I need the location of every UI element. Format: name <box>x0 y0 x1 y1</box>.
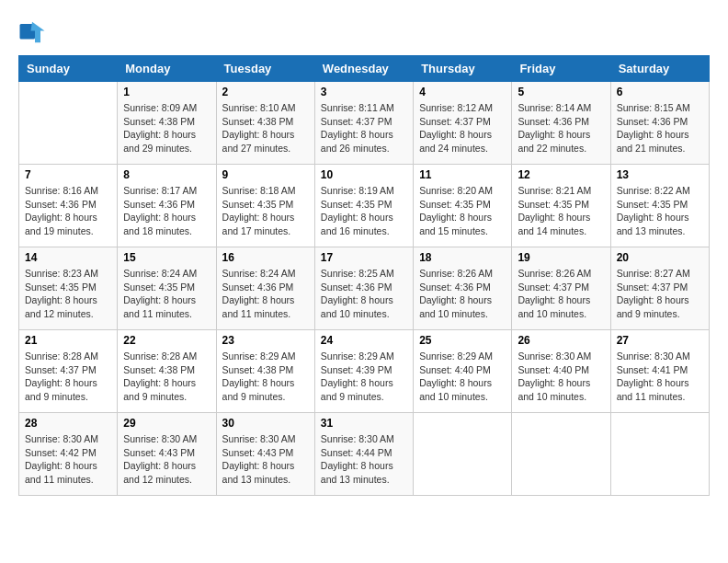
day-info: Sunrise: 8:22 AMSunset: 4:35 PMDaylight:… <box>617 184 703 238</box>
day-info: Sunrise: 8:09 AMSunset: 4:38 PMDaylight:… <box>123 101 210 155</box>
day-number: 14 <box>25 251 111 264</box>
day-cell: 10Sunrise: 8:19 AMSunset: 4:35 PMDayligh… <box>314 165 413 247</box>
day-number: 13 <box>617 168 703 181</box>
page-header <box>18 18 710 46</box>
day-cell: 12Sunrise: 8:21 AMSunset: 4:35 PMDayligh… <box>512 165 610 247</box>
week-row-2: 7Sunrise: 8:16 AMSunset: 4:36 PMDaylight… <box>19 165 710 247</box>
day-info: Sunrise: 8:21 AMSunset: 4:35 PMDaylight:… <box>518 184 604 238</box>
day-number: 1 <box>123 86 210 98</box>
day-number: 7 <box>25 168 111 181</box>
day-info: Sunrise: 8:29 AMSunset: 4:40 PMDaylight:… <box>419 350 506 404</box>
day-info: Sunrise: 8:30 AMSunset: 4:42 PMDaylight:… <box>25 432 111 487</box>
day-cell: 26Sunrise: 8:30 AMSunset: 4:40 PMDayligh… <box>512 330 610 413</box>
day-info: Sunrise: 8:30 AMSunset: 4:40 PMDaylight:… <box>518 350 604 404</box>
day-cell: 14Sunrise: 8:23 AMSunset: 4:35 PMDayligh… <box>19 247 118 330</box>
day-cell <box>610 413 709 496</box>
day-info: Sunrise: 8:23 AMSunset: 4:35 PMDaylight:… <box>25 267 111 321</box>
day-number: 26 <box>518 334 604 347</box>
day-cell: 9Sunrise: 8:18 AMSunset: 4:35 PMDaylight… <box>216 165 314 247</box>
day-info: Sunrise: 8:18 AMSunset: 4:35 PMDaylight:… <box>222 184 309 238</box>
header-monday: Monday <box>118 56 216 82</box>
day-info: Sunrise: 8:30 AMSunset: 4:43 PMDaylight:… <box>222 432 309 487</box>
day-info: Sunrise: 8:26 AMSunset: 4:36 PMDaylight:… <box>419 267 506 321</box>
day-cell: 18Sunrise: 8:26 AMSunset: 4:36 PMDayligh… <box>414 247 512 330</box>
day-cell: 31Sunrise: 8:30 AMSunset: 4:44 PMDayligh… <box>314 413 413 496</box>
logo <box>18 18 48 46</box>
day-cell: 2Sunrise: 8:10 AMSunset: 4:38 PMDaylight… <box>216 82 314 165</box>
day-cell: 6Sunrise: 8:15 AMSunset: 4:36 PMDaylight… <box>610 82 709 165</box>
header-friday: Friday <box>512 56 610 82</box>
day-cell: 5Sunrise: 8:14 AMSunset: 4:36 PMDaylight… <box>512 82 610 165</box>
day-number: 17 <box>321 251 407 264</box>
day-number: 15 <box>123 251 210 264</box>
header-wednesday: Wednesday <box>314 56 413 82</box>
day-number: 8 <box>123 168 210 181</box>
day-number: 29 <box>123 417 210 430</box>
day-number: 4 <box>419 86 506 98</box>
day-number: 12 <box>518 168 604 181</box>
day-number: 27 <box>617 334 703 347</box>
day-number: 21 <box>25 334 111 347</box>
day-info: Sunrise: 8:11 AMSunset: 4:37 PMDaylight:… <box>321 101 407 155</box>
day-number: 25 <box>419 334 506 347</box>
header-tuesday: Tuesday <box>216 56 314 82</box>
day-info: Sunrise: 8:12 AMSunset: 4:37 PMDaylight:… <box>419 101 506 155</box>
day-cell: 19Sunrise: 8:26 AMSunset: 4:37 PMDayligh… <box>512 247 610 330</box>
day-number: 30 <box>222 417 309 430</box>
day-cell: 30Sunrise: 8:30 AMSunset: 4:43 PMDayligh… <box>216 413 314 496</box>
day-cell: 1Sunrise: 8:09 AMSunset: 4:38 PMDaylight… <box>118 82 216 165</box>
day-info: Sunrise: 8:30 AMSunset: 4:44 PMDaylight:… <box>321 432 407 487</box>
day-number: 20 <box>617 251 703 264</box>
day-cell: 17Sunrise: 8:25 AMSunset: 4:36 PMDayligh… <box>314 247 413 330</box>
week-row-4: 21Sunrise: 8:28 AMSunset: 4:37 PMDayligh… <box>19 330 710 413</box>
day-info: Sunrise: 8:14 AMSunset: 4:36 PMDaylight:… <box>518 101 604 155</box>
day-info: Sunrise: 8:30 AMSunset: 4:43 PMDaylight:… <box>123 432 210 487</box>
day-number: 16 <box>222 251 309 264</box>
day-cell: 20Sunrise: 8:27 AMSunset: 4:37 PMDayligh… <box>610 247 709 330</box>
day-number: 11 <box>419 168 506 181</box>
day-info: Sunrise: 8:30 AMSunset: 4:41 PMDaylight:… <box>617 350 703 404</box>
day-info: Sunrise: 8:28 AMSunset: 4:38 PMDaylight:… <box>123 350 210 404</box>
day-info: Sunrise: 8:27 AMSunset: 4:37 PMDaylight:… <box>617 267 703 321</box>
day-cell: 24Sunrise: 8:29 AMSunset: 4:39 PMDayligh… <box>314 330 413 413</box>
day-number: 3 <box>321 86 407 98</box>
day-info: Sunrise: 8:28 AMSunset: 4:37 PMDaylight:… <box>25 350 111 404</box>
day-cell: 25Sunrise: 8:29 AMSunset: 4:40 PMDayligh… <box>414 330 512 413</box>
day-number: 24 <box>321 334 407 347</box>
day-number: 18 <box>419 251 506 264</box>
day-info: Sunrise: 8:16 AMSunset: 4:36 PMDaylight:… <box>25 184 111 238</box>
day-number: 5 <box>518 86 604 98</box>
day-cell: 4Sunrise: 8:12 AMSunset: 4:37 PMDaylight… <box>414 82 512 165</box>
day-number: 31 <box>321 417 407 430</box>
day-info: Sunrise: 8:24 AMSunset: 4:35 PMDaylight:… <box>123 267 210 321</box>
day-number: 28 <box>25 417 111 430</box>
calendar-header-row: SundayMondayTuesdayWednesdayThursdayFrid… <box>19 56 710 82</box>
day-number: 23 <box>222 334 309 347</box>
day-number: 2 <box>222 86 309 98</box>
day-cell: 3Sunrise: 8:11 AMSunset: 4:37 PMDaylight… <box>314 82 413 165</box>
day-info: Sunrise: 8:29 AMSunset: 4:38 PMDaylight:… <box>222 350 309 404</box>
week-row-5: 28Sunrise: 8:30 AMSunset: 4:42 PMDayligh… <box>19 413 710 496</box>
day-info: Sunrise: 8:10 AMSunset: 4:38 PMDaylight:… <box>222 101 309 155</box>
day-cell: 23Sunrise: 8:29 AMSunset: 4:38 PMDayligh… <box>216 330 314 413</box>
day-cell: 7Sunrise: 8:16 AMSunset: 4:36 PMDaylight… <box>19 165 118 247</box>
day-number: 19 <box>518 251 604 264</box>
day-cell: 15Sunrise: 8:24 AMSunset: 4:35 PMDayligh… <box>118 247 216 330</box>
header-thursday: Thursday <box>414 56 512 82</box>
day-info: Sunrise: 8:26 AMSunset: 4:37 PMDaylight:… <box>518 267 604 321</box>
day-cell: 28Sunrise: 8:30 AMSunset: 4:42 PMDayligh… <box>19 413 118 496</box>
day-cell: 8Sunrise: 8:17 AMSunset: 4:36 PMDaylight… <box>118 165 216 247</box>
day-info: Sunrise: 8:25 AMSunset: 4:36 PMDaylight:… <box>321 267 407 321</box>
day-cell <box>19 82 118 165</box>
day-info: Sunrise: 8:19 AMSunset: 4:35 PMDaylight:… <box>321 184 407 238</box>
day-number: 10 <box>321 168 407 181</box>
day-cell: 21Sunrise: 8:28 AMSunset: 4:37 PMDayligh… <box>19 330 118 413</box>
day-info: Sunrise: 8:17 AMSunset: 4:36 PMDaylight:… <box>123 184 210 238</box>
day-cell <box>414 413 512 496</box>
day-info: Sunrise: 8:20 AMSunset: 4:35 PMDaylight:… <box>419 184 506 238</box>
day-info: Sunrise: 8:24 AMSunset: 4:36 PMDaylight:… <box>222 267 309 321</box>
day-cell: 22Sunrise: 8:28 AMSunset: 4:38 PMDayligh… <box>118 330 216 413</box>
day-info: Sunrise: 8:29 AMSunset: 4:39 PMDaylight:… <box>321 350 407 404</box>
week-row-1: 1Sunrise: 8:09 AMSunset: 4:38 PMDaylight… <box>19 82 710 165</box>
day-cell: 16Sunrise: 8:24 AMSunset: 4:36 PMDayligh… <box>216 247 314 330</box>
